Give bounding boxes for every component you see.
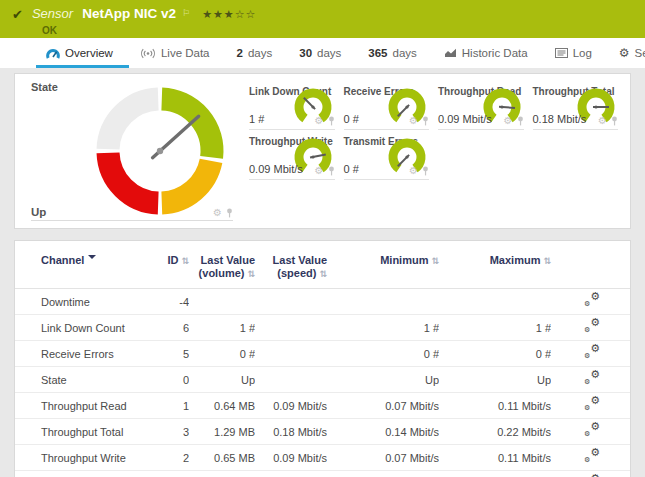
gear-icon[interactable]: ⚙: [409, 166, 418, 176]
channel-name: Receive Errors: [15, 341, 143, 367]
last-value-speed: [255, 367, 327, 393]
sensor-overview-page: State Up ⚙ Link Down Count1 #⚙Receive Er…: [0, 68, 645, 477]
tab-historic-data[interactable]: Historic Data: [444, 38, 528, 68]
maximum: 0 #: [439, 341, 551, 367]
channel-id: 5: [143, 341, 189, 367]
tab-number: 365: [368, 47, 387, 59]
tab-live-data[interactable]: Live Data: [140, 38, 210, 68]
channel-id: -4: [143, 289, 189, 315]
pin-icon[interactable]: [226, 208, 233, 218]
tab-label: days: [248, 47, 272, 59]
channel-id: 6: [143, 315, 189, 341]
channel-settings-icon[interactable]: ⚙⚙: [584, 294, 600, 307]
pin-icon[interactable]: [422, 116, 429, 126]
sort-icon[interactable]: ⇅: [319, 269, 327, 279]
channel-row-throughput-write: Throughput Write20.65 MB0.09 Mbit/s0.07 …: [15, 445, 630, 471]
column-header-minimum[interactable]: Minimum⇅: [327, 241, 439, 289]
channel-settings-icon[interactable]: ⚙⚙: [584, 346, 600, 359]
tab-number: 2: [237, 47, 243, 59]
gear-icon[interactable]: ⚙: [598, 116, 607, 126]
gauge-value: 1 #: [249, 113, 264, 125]
maximum: 0.11 Mbit/s: [439, 445, 551, 471]
gauge-value: 0 #: [344, 113, 359, 125]
gear-icon[interactable]: ⚙: [409, 116, 418, 126]
channel-name: Downtime: [15, 289, 143, 315]
channel-settings-icon[interactable]: ⚙⚙: [584, 320, 600, 333]
maximum: 0.22 Mbit/s: [439, 419, 551, 445]
tab-30-days[interactable]: 30days: [299, 38, 341, 68]
tab-label: days: [393, 47, 417, 59]
channel-settings-icon[interactable]: ⚙⚙: [584, 372, 600, 385]
tab-2-days[interactable]: 2days: [237, 38, 273, 68]
tab-label: days: [317, 47, 341, 59]
channel-settings-icon[interactable]: ⚙⚙: [584, 398, 600, 411]
pin-icon[interactable]: [517, 116, 524, 126]
sensor-title-line: Sensor NetApp NIC v2 ⚐ ★★★☆☆: [32, 6, 257, 22]
channel-name: Throughput Write: [15, 445, 143, 471]
channel-name: Throughput Read: [15, 393, 143, 419]
priority-flag-icon[interactable]: ⚐: [182, 8, 190, 18]
column-header-channel[interactable]: Channel: [15, 241, 143, 289]
channel-id: 1: [143, 393, 189, 419]
maximum: Up: [439, 367, 551, 393]
tab-overview[interactable]: Overview: [46, 38, 113, 68]
sensor-header: ✔ Sensor NetApp NIC v2 ⚐ ★★★☆☆ OK: [0, 0, 645, 38]
channel-name: State: [15, 367, 143, 393]
tab-label: Settings: [635, 47, 645, 59]
mini-gauges-grid: Link Down Count1 #⚙Receive Errors0 #⚙Thr…: [243, 74, 630, 228]
gear-icon[interactable]: ⚙: [213, 208, 222, 218]
pin-icon[interactable]: [328, 116, 335, 126]
rating-stars[interactable]: ★★★☆☆: [202, 8, 256, 21]
channel-name: Transmit Errors: [15, 471, 143, 477]
gauge-panel-throughput-write: Throughput Write0.09 Mbit/s⚙: [249, 130, 335, 180]
tab-settings[interactable]: ⚙Settings: [619, 38, 645, 68]
gear-icon[interactable]: ⚙: [504, 116, 513, 126]
channel-settings-icon[interactable]: ⚙⚙: [584, 424, 600, 437]
gear-icon[interactable]: ⚙: [315, 166, 324, 176]
column-header-id[interactable]: ID⇅: [143, 241, 189, 289]
minimum: 1 #: [327, 315, 439, 341]
last-value-speed: [255, 471, 327, 477]
sort-icon[interactable]: ⇅: [543, 256, 551, 266]
channel-id: 0: [143, 367, 189, 393]
last-value-volume: Up: [189, 367, 255, 393]
last-value-volume: 1 #: [189, 315, 255, 341]
object-kind-label: Sensor: [32, 6, 73, 21]
table-header-row: Channel ID⇅ Last Value(volume)⇅ Last Val…: [15, 241, 630, 289]
gauge-value: 0.18 Mbit/s: [533, 113, 587, 125]
maximum: 0.11 Mbit/s: [439, 393, 551, 419]
last-value-volume: 0.64 MB: [189, 393, 255, 419]
tab-label: Log: [573, 47, 592, 59]
minimum: [327, 289, 439, 315]
minimum: 0 #: [327, 341, 439, 367]
last-value-speed: 0.18 Mbit/s: [255, 419, 327, 445]
channel-settings-icon[interactable]: ⚙⚙: [584, 450, 600, 463]
last-value-volume: 0 #: [189, 341, 255, 367]
pin-icon[interactable]: [422, 166, 429, 176]
tab-365-days[interactable]: 365days: [368, 38, 416, 68]
sensor-tab-bar: OverviewLive Data2days30days365daysHisto…: [0, 38, 645, 68]
sort-icon[interactable]: ⇅: [247, 269, 255, 279]
log-icon: [555, 48, 568, 58]
minimum: 0.14 Mbit/s: [327, 419, 439, 445]
column-header-maximum[interactable]: Maximum⇅: [439, 241, 551, 289]
gear-icon[interactable]: ⚙: [315, 116, 324, 126]
pin-icon[interactable]: [611, 116, 618, 126]
gauge-panel-transmit-errors: Transmit Errors0 #⚙: [344, 130, 430, 180]
gear-icon: ⚙: [619, 46, 630, 60]
column-header-last-value-volume[interactable]: Last Value(volume)⇅: [189, 241, 255, 289]
channel-name: Link Down Count: [15, 315, 143, 341]
minimum: 0.07 Mbit/s: [327, 445, 439, 471]
last-value-volume: 1.29 MB: [189, 419, 255, 445]
tab-log[interactable]: Log: [555, 38, 592, 68]
column-header-last-value-speed[interactable]: Last Value(speed)⇅: [255, 241, 327, 289]
gauge-value: 0.09 Mbit/s: [438, 113, 492, 125]
sort-icon[interactable]: ⇅: [431, 256, 439, 266]
gauges-card: State Up ⚙ Link Down Count1 #⚙Receive Er…: [14, 73, 631, 229]
sort-icon[interactable]: ⇅: [181, 256, 189, 266]
last-value-volume: 0.65 MB: [189, 445, 255, 471]
state-gauge: [95, 86, 225, 216]
sensor-name: NetApp NIC v2: [82, 6, 176, 21]
maximum: [439, 289, 551, 315]
pin-icon[interactable]: [328, 166, 335, 176]
